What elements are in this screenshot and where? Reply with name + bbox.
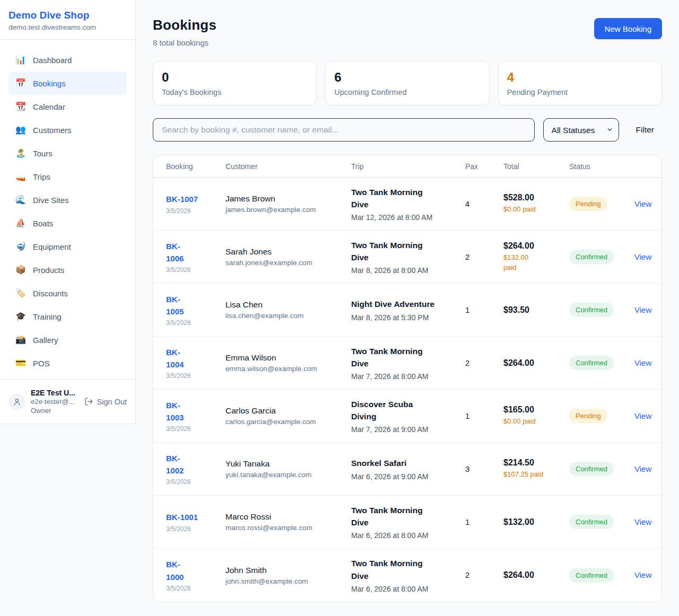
view-link[interactable]: View xyxy=(634,199,651,208)
view-link[interactable]: View xyxy=(634,358,651,367)
stat-value: 0 xyxy=(162,71,308,84)
booking-id-link[interactable]: BK- 1004 xyxy=(166,346,218,371)
sidebar-item[interactable]: 💳 POS xyxy=(8,351,127,375)
view-link[interactable]: View xyxy=(634,517,651,526)
sidebar-item[interactable]: 📅 Bookings xyxy=(8,72,127,95)
page-header-text: Bookings 8 total bookings xyxy=(153,17,216,47)
total-amount: $214.50 xyxy=(503,458,562,468)
total-amount: $264.00 xyxy=(503,241,562,251)
trip-datetime: Mar 8, 2026 at 8:00 AM xyxy=(351,266,458,275)
trip-cell: Two Tank Morning Dive Mar 12, 2026 at 8:… xyxy=(351,186,465,222)
trip-datetime: Mar 7, 2026 at 9:00 AM xyxy=(351,425,458,434)
sidebar-item[interactable]: 🏝️ Tours xyxy=(8,142,127,165)
sidebar-item[interactable]: 📦 Products xyxy=(8,258,127,281)
sidebar-item[interactable]: 🏷️ Discounts xyxy=(8,281,127,305)
booking-date: 3/5/2026 xyxy=(166,585,218,592)
nav-item-label: Boats xyxy=(33,219,53,228)
booking-date: 3/5/2026 xyxy=(166,425,218,433)
pax-value: 3 xyxy=(465,464,469,473)
status-select[interactable]: All Statuses xyxy=(543,118,619,142)
customer-cell: Yuki Tanaka yuki.tanaka@example.com xyxy=(225,459,351,479)
booking-cell: BK-1007 3/5/2026 xyxy=(166,193,225,214)
booking-id-link[interactable]: BK- 1002 xyxy=(166,452,218,477)
booking-cell: BK- 1004 3/5/2026 xyxy=(166,346,225,380)
view-link[interactable]: View xyxy=(634,464,651,473)
trip-name: Two Tank Morning Dive xyxy=(351,345,458,370)
customer-email: sarah.jones@example.com xyxy=(225,259,344,267)
table-row: BK- 1000 3/5/2026 John Smith john.smith@… xyxy=(153,549,661,602)
total-amount: $93.50 xyxy=(503,305,562,315)
booking-id-link[interactable]: BK- 1006 xyxy=(166,240,218,265)
sidebar-item[interactable]: 📸 Gallery xyxy=(8,328,127,351)
sidebar-item[interactable]: 👥 Customers xyxy=(8,118,127,142)
main-content: Bookings 8 total bookings New Booking 0 … xyxy=(136,0,679,616)
nav-item-icon: 🎓 xyxy=(15,312,26,321)
booking-id-link[interactable]: BK-1007 xyxy=(166,193,218,205)
trip-datetime: Mar 12, 2026 at 8:00 AM xyxy=(351,213,458,222)
customer-name: Yuki Tanaka xyxy=(225,459,344,469)
nav-item-icon: 🌊 xyxy=(15,196,26,204)
sidebar-item[interactable]: ⛵ Boats xyxy=(8,212,127,235)
status-cell: Confirmed xyxy=(569,568,634,583)
sidebar-item[interactable]: 🤿 Equipment xyxy=(8,235,127,258)
sidebar-item[interactable]: 📆 Calendar xyxy=(8,95,127,118)
sidebar-item[interactable]: 🎓 Training xyxy=(8,305,127,328)
booking-id-link[interactable]: BK- 1000 xyxy=(166,558,218,583)
sidebar-item[interactable]: 🚤 Trips xyxy=(8,165,127,188)
nav-item-icon: 💳 xyxy=(15,359,26,367)
view-link[interactable]: View xyxy=(634,570,651,579)
status-cell: Confirmed xyxy=(569,356,634,370)
page-subtitle: 8 total bookings xyxy=(153,38,216,47)
trip-name: Two Tank Morning Dive xyxy=(351,239,458,264)
sidebar-item[interactable]: 📊 Dashboard xyxy=(8,48,127,72)
pax-cell: 3 xyxy=(465,464,503,474)
status-select-wrap: All Statuses xyxy=(543,118,619,142)
nav-item-icon: 🤿 xyxy=(15,242,26,251)
sidebar-item[interactable]: 🌊 Dive Sites xyxy=(8,188,127,212)
booking-id-link[interactable]: BK- 1003 xyxy=(166,399,218,424)
nav-item-icon: 🏷️ xyxy=(15,289,26,297)
customer-name: James Brown xyxy=(225,194,344,204)
view-link[interactable]: View xyxy=(634,305,651,314)
table-row: BK- 1005 3/5/2026 Lisa Chen lisa.chen@ex… xyxy=(153,284,661,337)
view-link[interactable]: View xyxy=(634,252,651,261)
search-input[interactable] xyxy=(153,118,535,142)
booking-date: 3/5/2026 xyxy=(166,266,218,274)
customer-cell: James Brown james.brown@example.com xyxy=(225,194,351,214)
pax-value: 2 xyxy=(465,252,469,261)
nav-item-label: Training xyxy=(33,312,62,321)
booking-id-link[interactable]: BK- 1005 xyxy=(166,293,218,318)
status-cell: Confirmed xyxy=(569,515,634,529)
nav-item-label: POS xyxy=(33,359,50,368)
brand-name: Demo Dive Shop xyxy=(8,10,127,21)
stat-card: 4 Pending Payment xyxy=(498,61,662,105)
stat-label: Upcoming Confirmed xyxy=(334,88,480,96)
new-booking-button[interactable]: New Booking xyxy=(594,18,662,39)
trip-datetime: Mar 6, 2026 at 9:00 AM xyxy=(351,472,458,481)
booking-cell: BK- 1002 3/5/2026 xyxy=(166,452,225,486)
view-cell: View xyxy=(634,411,659,421)
pax-cell: 1 xyxy=(465,305,503,315)
status-badge: Confirmed xyxy=(569,356,614,370)
booking-id-link[interactable]: BK-1001 xyxy=(166,511,218,523)
customer-email: marco.rossi@example.com xyxy=(225,524,344,532)
customer-email: carlos.garcia@example.com xyxy=(225,418,344,426)
nav-item-icon: 📅 xyxy=(15,79,26,87)
sidebar-nav: 📊 Dashboard 📅 Bookings 📆 Calendar 👥 Cust… xyxy=(0,39,135,379)
booking-cell: BK- 1005 3/5/2026 xyxy=(166,293,225,327)
customer-name: Marco Rossi xyxy=(225,512,344,522)
trip-cell: Two Tank Morning Dive Mar 7, 2026 at 8:0… xyxy=(351,345,465,381)
status-badge: Confirmed xyxy=(569,515,614,529)
user-name: E2E Test U... xyxy=(31,388,79,398)
status-cell: Confirmed xyxy=(569,250,634,264)
stat-card: 0 Today's Bookings xyxy=(153,61,317,105)
filter-button[interactable]: Filter xyxy=(628,125,662,135)
bookings-table: Booking Customer Trip Pax Total Status B… xyxy=(153,155,662,602)
user-email: e2e-tester@... xyxy=(31,398,79,407)
status-cell: Confirmed xyxy=(569,462,634,476)
sign-out-button[interactable]: Sign Out xyxy=(84,397,127,406)
nav-item-label: Calendar xyxy=(33,102,65,111)
view-link[interactable]: View xyxy=(634,411,651,420)
trip-name: Two Tank Morning Dive xyxy=(351,186,458,211)
total-cell: $214.50 $107.25 paid xyxy=(503,458,569,480)
